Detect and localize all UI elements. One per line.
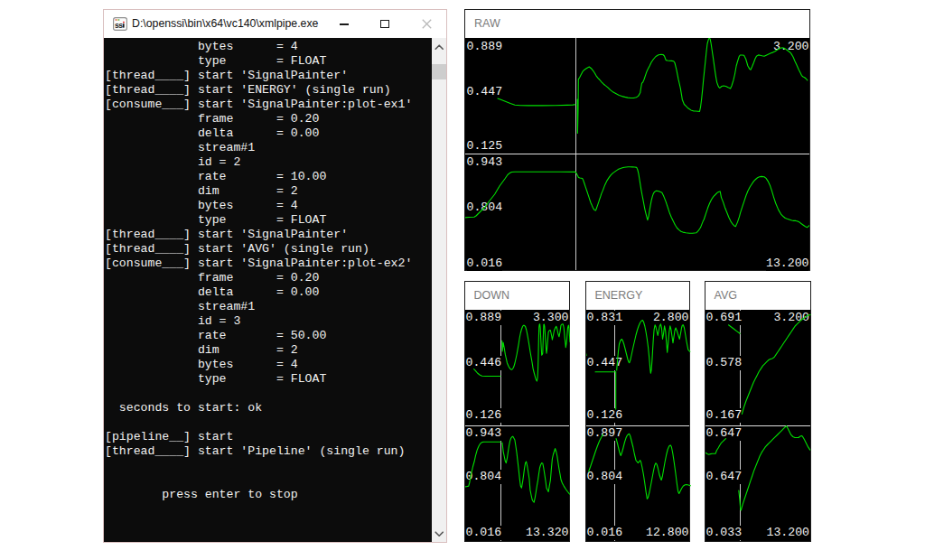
svg-text:ss: ss <box>114 20 122 29</box>
